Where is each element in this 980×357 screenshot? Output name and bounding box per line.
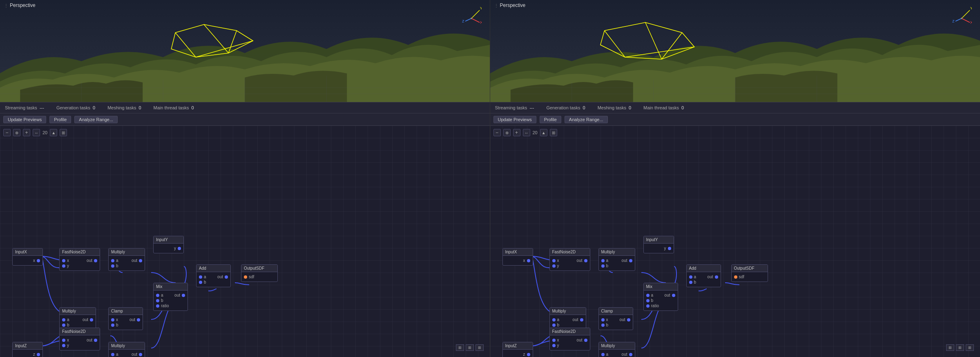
right-viewport-label: ⋮ Perspective	[494, 2, 526, 8]
left-node-inputz-header: InputZ	[13, 342, 42, 350]
left-node-clamp[interactable]: Clamp x out b	[108, 307, 143, 330]
left-graph-ctrl-2[interactable]: ⊞	[466, 344, 474, 351]
left-node-graph[interactable]: − ⊕ + ↔ 20 ▲ ⊞	[0, 126, 490, 357]
left-toolbar: Update Previews Profile Analyze Range...	[0, 113, 490, 126]
left-update-previews-button[interactable]: Update Previews	[3, 116, 46, 123]
right-update-previews-button[interactable]: Update Previews	[493, 116, 536, 123]
right-profile-button[interactable]: Profile	[540, 116, 561, 123]
right-node-inputy-header: InputY	[644, 236, 674, 244]
right-zoom-plus-button[interactable]: +	[513, 129, 520, 136]
left-streaming-value: ---	[40, 105, 44, 110]
left-node-clamp-header: Clamp	[109, 308, 143, 315]
left-node-fastnoise2d-2-header: FastNoise2D	[60, 328, 100, 335]
left-node-fastnoise2d-1[interactable]: FastNoise2D x out y	[59, 248, 100, 271]
left-node-multiply-1-body: a out b	[109, 256, 145, 271]
left-node-multiply-2[interactable]: Multiply a out b	[59, 307, 96, 330]
right-node-multiply-3[interactable]: Multiply a out b	[598, 342, 635, 357]
left-zoom-minus-button[interactable]: −	[3, 129, 11, 136]
right-multiply-3-out-dot	[629, 353, 632, 356]
right-node-mix[interactable]: Mix a out b ratio	[643, 283, 678, 311]
right-node-inputy[interactable]: InputY y	[643, 236, 674, 253]
left-add-port-b: b	[199, 280, 228, 284]
left-node-multiply-1[interactable]: Multiply a out b	[108, 248, 145, 271]
right-nav-icon[interactable]: ⊕	[503, 129, 511, 136]
left-node-inputy[interactable]: InputY y	[153, 236, 184, 253]
left-zoom-level: 20	[42, 130, 47, 135]
right-generation-status: Generation tasks 0	[546, 105, 585, 110]
left-fastnoise2d-2-x-dot	[62, 339, 65, 342]
svg-text:X: X	[480, 20, 482, 24]
left-node-outputsdf[interactable]: OutputSDF sdf	[241, 264, 278, 282]
left-node-fastnoise2d-2[interactable]: FastNoise2D x out y	[59, 328, 100, 350]
left-node-multiply-3-body: a out b	[109, 350, 145, 357]
left-clamp-out-dot	[137, 318, 140, 322]
right-node-multiply-2[interactable]: Multiply a out b	[549, 307, 586, 330]
left-analyze-range-button[interactable]: Analyze Range...	[74, 116, 118, 123]
right-zoom-minus-button[interactable]: −	[493, 129, 501, 136]
right-graph-ctrl-1[interactable]: ⊞	[946, 344, 954, 351]
left-node-multiply-3[interactable]: Multiply a out b	[108, 342, 145, 357]
left-axis-indicator: Y X Z	[461, 4, 482, 25]
right-arrows-icon[interactable]: ↔	[523, 129, 530, 136]
left-clamp-port-b: b	[111, 323, 140, 327]
left-mix-ratio-dot	[156, 304, 159, 308]
right-add-port-b: b	[689, 280, 718, 284]
right-node-inputz[interactable]: InputZ z	[502, 342, 533, 357]
right-analyze-range-button[interactable]: Analyze Range...	[565, 116, 608, 123]
right-zoom-controls: − ⊕ + ↔ 20 ▲ ⊞	[493, 129, 557, 136]
left-fastnoise2d-2-port-x: x out	[62, 338, 97, 342]
left-multiply-1-port-b: b	[111, 264, 142, 268]
left-viewport[interactable]: ⋮ Perspective Y X Z	[0, 0, 490, 102]
left-node-inputz[interactable]: InputZ z	[12, 342, 43, 357]
right-node-add-header: Add	[687, 265, 721, 272]
left-panel: ⋮ Perspective Y X Z Streaming tasks	[0, 0, 490, 357]
right-mix-port-ratio: ratio	[646, 304, 675, 308]
right-meshing-value: 0	[629, 105, 631, 110]
left-profile-button[interactable]: Profile	[49, 116, 71, 123]
right-graph-ctrl-3[interactable]: ⊞	[966, 344, 974, 351]
right-mix-out-dot	[672, 294, 675, 297]
right-node-multiply-1-body: a out b	[599, 256, 635, 271]
viewport-menu-icon[interactable]: ⋮	[4, 3, 8, 8]
right-node-inputz-header: InputZ	[503, 342, 533, 350]
right-up-arrow[interactable]: ▲	[540, 129, 547, 136]
left-node-mix[interactable]: Mix a out b ratio	[153, 283, 188, 311]
left-node-inputx-header: InputX	[13, 248, 42, 256]
left-node-clamp-body: x out b	[109, 315, 143, 330]
right-viewport[interactable]: ⋮ Perspective Y X Z	[490, 0, 980, 102]
right-node-multiply-1[interactable]: Multiply a out b	[598, 248, 635, 271]
left-arrows-icon[interactable]: ↔	[33, 129, 40, 136]
right-axis-indicator: Y X Z	[951, 4, 972, 25]
right-graph-ctrl-2[interactable]: ⊞	[956, 344, 964, 351]
right-streaming-value: ---	[529, 105, 534, 110]
right-node-graph[interactable]: − ⊕ + ↔ 20 ▲ ⊞	[490, 126, 980, 357]
left-up-arrow[interactable]: ▲	[50, 129, 57, 136]
right-mainthread-status: Main thread tasks 0	[643, 105, 684, 110]
right-node-fastnoise2d-2-body: x out y	[550, 335, 590, 350]
left-node-add[interactable]: Add a out b	[196, 264, 231, 287]
right-node-clamp[interactable]: Clamp x out b	[598, 307, 633, 330]
right-multiply-2-port-b: b	[552, 323, 583, 327]
left-node-inputx[interactable]: InputX x	[12, 248, 43, 266]
svg-line-31	[962, 18, 970, 22]
left-graph-ctrl-3[interactable]: ⊞	[475, 344, 484, 351]
right-viewport-menu-icon[interactable]: ⋮	[494, 3, 498, 8]
right-node-fastnoise2d-2[interactable]: FastNoise2D x out y	[549, 328, 590, 350]
right-multiply-1-a-dot	[601, 259, 605, 262]
right-clamp-b-dot	[601, 324, 605, 327]
left-nav-icon[interactable]: ⊕	[13, 129, 20, 136]
right-node-fastnoise2d-1[interactable]: FastNoise2D x out y	[549, 248, 590, 271]
right-streaming-label: Streaming tasks	[495, 105, 527, 110]
left-mainthread-value: 0	[191, 105, 194, 110]
left-zoom-plus-button[interactable]: +	[23, 129, 30, 136]
right-grid-icon[interactable]: ⊞	[550, 129, 557, 136]
left-grid-icon[interactable]: ⊞	[60, 129, 67, 136]
right-multiply-3-a-dot	[601, 353, 605, 356]
left-graph-ctrl-1[interactable]: ⊞	[456, 344, 464, 351]
right-node-inputx[interactable]: InputX x	[502, 248, 533, 266]
left-node-inputz-port-z: z	[15, 352, 40, 357]
left-graph-controls: ⊞ ⊞ ⊞	[456, 344, 484, 351]
right-node-add[interactable]: Add a out b	[686, 264, 721, 287]
right-panel: ⋮ Perspective Y X Z Streaming tasks ---	[490, 0, 980, 357]
right-node-outputsdf[interactable]: OutputSDF sdf	[731, 264, 768, 282]
